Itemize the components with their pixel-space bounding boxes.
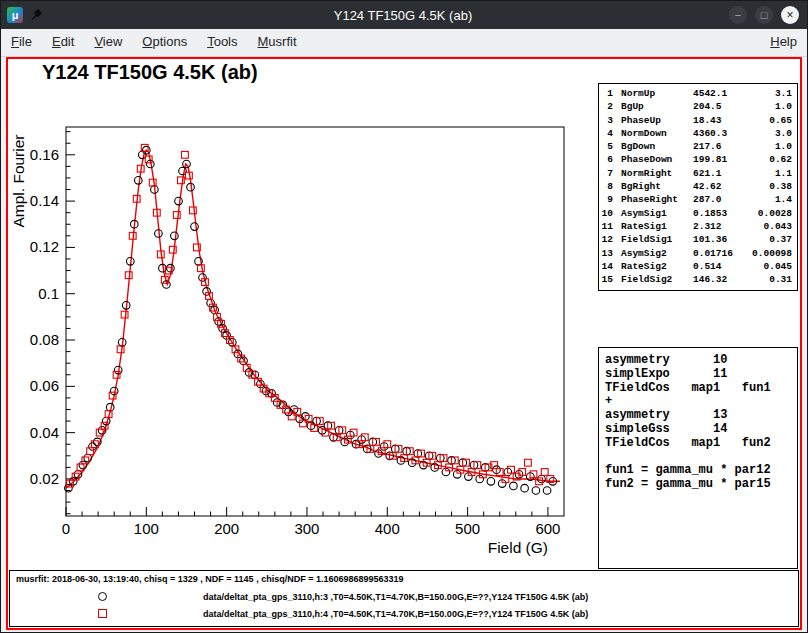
param-row: 8BgRight42.620.38 (599, 180, 797, 193)
param-row: 12FieldSig1101.360.37 (599, 233, 797, 246)
menu-item-options[interactable]: Options (132, 29, 197, 56)
svg-text:300: 300 (294, 520, 319, 537)
series-h3-circles (65, 146, 557, 494)
param-name: BgDown (621, 140, 693, 153)
param-error: 1.1 (751, 167, 797, 180)
menu-item-file[interactable]: File (1, 29, 42, 56)
theory-line: asymmetry 10 (605, 354, 797, 368)
param-error: 1.4 (751, 193, 797, 206)
param-value: 0.514 (693, 260, 751, 273)
param-error: 1.0 (751, 100, 797, 113)
menubar: FileEditViewOptionsToolsMusrfit Help (1, 29, 807, 57)
param-value: 18.43 (693, 114, 751, 127)
titlebar[interactable]: μ Y124 TF150G 4.5K (ab) − □ × (1, 1, 807, 29)
param-error: 3.1 (751, 87, 797, 100)
param-number: 7 (599, 167, 613, 180)
param-number: 3 (599, 114, 613, 127)
param-row: 10AsymSig10.18530.0028 (599, 207, 797, 220)
menu-item-edit[interactable]: Edit (42, 29, 84, 56)
param-row: 15FieldSig2146.320.31 (599, 273, 797, 286)
theory-line: asymmetry 13 (605, 409, 797, 423)
svg-text:0.06: 0.06 (30, 377, 59, 394)
theory-line: simplExpo 11 (605, 368, 797, 382)
parameter-box: 1NormUp4542.13.12BgUp204.51.03PhaseUp18.… (598, 83, 798, 291)
param-number: 15 (599, 273, 613, 286)
param-value: 621.1 (693, 167, 751, 180)
param-name: FieldSig2 (621, 273, 693, 286)
param-error: 0.043 (751, 220, 797, 233)
menu-item-help[interactable]: Help (760, 29, 807, 56)
theory-box: asymmetry 10simplExpo 11TFieldCos map1 f… (598, 347, 798, 569)
param-number: 5 (599, 140, 613, 153)
root-canvas[interactable]: Y124 TF150G 4.5K (ab) 010020030040050060… (6, 57, 802, 630)
svg-text:0.14: 0.14 (30, 192, 59, 209)
param-error: 0.31 (751, 273, 797, 286)
param-row: 1NormUp4542.13.1 (599, 87, 797, 100)
svg-text:200: 200 (214, 520, 239, 537)
svg-text:100: 100 (134, 520, 159, 537)
y-axis: 0.020.040.060.080.10.120.140.16 (30, 132, 75, 514)
fourier-plot[interactable]: 01002003004005006000.020.040.060.080.10.… (8, 59, 604, 579)
param-error: 0.38 (751, 180, 797, 193)
app-window: μ Y124 TF150G 4.5K (ab) − □ × FileEditVi… (0, 0, 808, 633)
param-number: 14 (599, 260, 613, 273)
y-axis-title: Ampl. Fourier (10, 134, 27, 227)
menu-item-musrfit[interactable]: Musrfit (248, 29, 307, 56)
theory-line: fun1 = gamma_mu * par12 (605, 464, 797, 478)
param-row: 11RateSig12.3120.043 (599, 220, 797, 233)
param-name: FieldSig1 (621, 233, 693, 246)
svg-text:600: 600 (535, 520, 560, 537)
param-value: 0.01716 (693, 247, 751, 260)
theory-line (605, 451, 797, 465)
svg-text:0.04: 0.04 (30, 424, 59, 441)
param-row: 7NormRight621.11.1 (599, 167, 797, 180)
param-error: 0.00098 (751, 247, 797, 260)
menu-items: FileEditViewOptionsToolsMusrfit (1, 29, 307, 56)
param-number: 9 (599, 193, 613, 206)
param-number: 8 (599, 180, 613, 193)
param-error: 0.65 (751, 114, 797, 127)
close-button[interactable]: × (781, 6, 799, 24)
param-value: 4360.3 (693, 127, 751, 140)
param-name: PhaseDown (621, 153, 693, 166)
param-number: 6 (599, 153, 613, 166)
x-axis: 0100200300400500600 (62, 507, 561, 537)
param-number: 11 (599, 220, 613, 233)
titlebar-icons: μ (1, 7, 127, 23)
legend-label: data/deltat_pta_gps_3110,h:3 ,T0=4.50K,T… (203, 592, 588, 602)
svg-text:0.02: 0.02 (30, 470, 59, 487)
menu-spacer (307, 29, 761, 56)
param-number: 13 (599, 247, 613, 260)
window-title: Y124 TF150G 4.5K (ab) (127, 8, 679, 23)
param-row: 13AsymSig20.017160.00098 (599, 247, 797, 260)
param-value: 287.0 (693, 193, 751, 206)
param-row: 2BgUp204.51.0 (599, 100, 797, 113)
param-error: 0.0028 (751, 207, 797, 220)
legend-marker-circle (98, 592, 107, 601)
svg-text:0.1: 0.1 (38, 285, 59, 302)
x-axis-title: Field (G) (488, 539, 548, 556)
svg-text:0.08: 0.08 (30, 331, 59, 348)
param-row: 6PhaseDown199.810.62 (599, 153, 797, 166)
minimize-button[interactable]: − (729, 6, 747, 24)
param-name: AsymSig2 (621, 247, 693, 260)
app-icon: μ (7, 7, 23, 23)
param-row: 14RateSig20.5140.045 (599, 260, 797, 273)
legend-marker-square (98, 609, 107, 618)
svg-text:0.12: 0.12 (30, 238, 59, 255)
param-number: 2 (599, 100, 613, 113)
legend-label: data/deltat_pta_gps_3110,h:4 ,T0=4.50K,T… (203, 609, 588, 619)
maximize-button[interactable]: □ (755, 6, 773, 24)
param-row: 4NormDown4360.33.0 (599, 127, 797, 140)
param-row: 5BgDown217.61.0 (599, 140, 797, 153)
menu-item-tools[interactable]: Tools (197, 29, 247, 56)
param-value: 101.36 (693, 233, 751, 246)
footer-box: musrfit: 2018-06-30, 13:19:40, chisq = 1… (9, 570, 799, 627)
param-name: RateSig1 (621, 220, 693, 233)
param-number: 12 (599, 233, 613, 246)
param-row: 3PhaseUp18.430.65 (599, 114, 797, 127)
hammer-icon (29, 8, 43, 22)
menu-item-view[interactable]: View (84, 29, 132, 56)
param-error: 0.045 (751, 260, 797, 273)
legend: data/deltat_pta_gps_3110,h:3 ,T0=4.50K,T… (10, 588, 798, 622)
